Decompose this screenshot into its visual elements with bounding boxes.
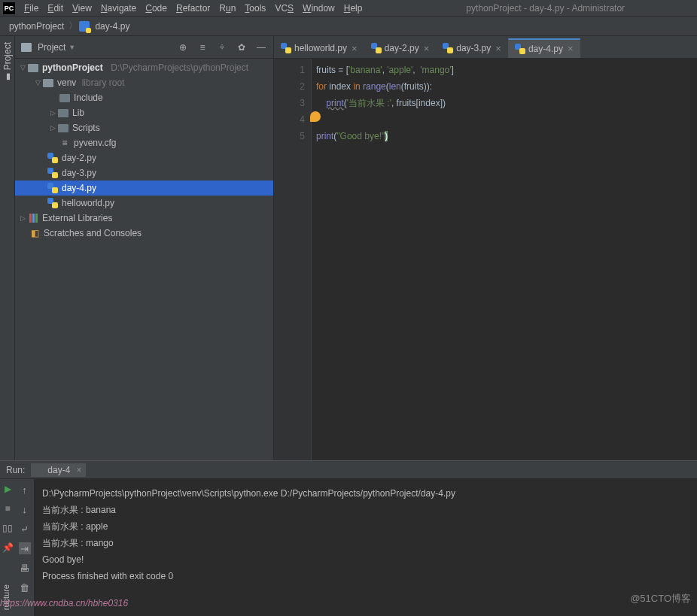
panel-title[interactable]: Project xyxy=(38,42,65,53)
run-label: Run: xyxy=(6,465,25,475)
project-panel: Project ▼ ⊕ ≡ ÷ ✿ — ▽pythonProject D:\Py… xyxy=(15,36,274,460)
wrap-icon[interactable]: ⤶ xyxy=(19,523,31,535)
menu-code[interactable]: Code xyxy=(141,2,172,15)
tree-venv[interactable]: ▽venv library root xyxy=(15,75,273,90)
project-tool-button[interactable]: ▮ Project xyxy=(2,36,13,88)
breadcrumb-bar: pythonProject 〉 day-4.py xyxy=(0,17,697,36)
breadcrumb-sep: 〉 xyxy=(67,20,79,32)
menu-edit[interactable]: Edit xyxy=(43,2,68,15)
dropdown-icon[interactable]: ▼ xyxy=(68,44,75,51)
stop-icon[interactable]: ■ xyxy=(2,503,13,514)
expand-icon[interactable]: ≡ xyxy=(196,41,208,53)
tree-pyvenv[interactable]: ≡pyvenv.cfg xyxy=(15,135,273,150)
left-strip-bottom: ructure xyxy=(0,578,15,616)
menu-tools[interactable]: Tools xyxy=(240,2,270,15)
tree-include[interactable]: Include xyxy=(15,90,273,105)
editor-tabs: helloworld.py× day-2.py× day-3.py× day-4… xyxy=(274,36,697,59)
python-icon xyxy=(281,43,291,53)
close-icon[interactable]: × xyxy=(568,43,574,54)
tree-file-day4[interactable]: day-4.py xyxy=(15,181,273,196)
tree-scratches[interactable]: ◧Scratches and Consoles xyxy=(15,226,273,241)
python-icon xyxy=(443,43,453,53)
tree-file-hello[interactable]: helloworld.py xyxy=(15,196,273,211)
app-logo: PC xyxy=(3,2,15,14)
code-editor[interactable]: 12345 fruits = ['banana', 'apple', 'mang… xyxy=(274,59,697,460)
tree-lib[interactable]: ▷Lib xyxy=(15,105,273,120)
down-icon[interactable]: ↓ xyxy=(19,503,31,515)
menu-refactor[interactable]: Refactor xyxy=(172,2,215,15)
python-icon xyxy=(515,44,525,54)
layout-icon[interactable]: ▯▯ xyxy=(2,523,13,533)
python-icon xyxy=(35,466,44,475)
tree-root[interactable]: ▽pythonProject D:\PycharmProjects\python… xyxy=(15,60,273,75)
project-icon xyxy=(21,43,32,52)
scroll-icon[interactable]: ⇥ xyxy=(19,542,31,554)
intention-bulb-icon[interactable] xyxy=(310,111,321,122)
run-toolbar-2: ↑ ↓ ⤶ ⇥ 🖶 🗑 xyxy=(15,479,35,616)
trash-icon[interactable]: 🗑 xyxy=(19,581,31,593)
tab-day2[interactable]: day-2.py× xyxy=(364,38,437,58)
breadcrumb-file[interactable]: day-4.py xyxy=(92,21,132,32)
run-header: Run: day-4× xyxy=(0,461,697,479)
up-icon[interactable]: ↑ xyxy=(19,484,31,496)
tab-day3[interactable]: day-3.py× xyxy=(436,38,508,58)
tree-ext-lib[interactable]: ▷External Libraries xyxy=(15,211,273,226)
close-icon[interactable]: × xyxy=(495,43,501,54)
footer-credit: @51CTO博客 xyxy=(630,592,691,605)
close-icon[interactable]: × xyxy=(76,465,81,475)
console-output[interactable]: D:\PycharmProjects\pythonProject\venv\Sc… xyxy=(35,479,697,616)
settings-icon[interactable]: ✿ xyxy=(236,41,248,53)
tab-helloworld[interactable]: helloworld.py× xyxy=(274,38,364,58)
collapse-icon[interactable]: ÷ xyxy=(216,41,228,53)
tree-scripts[interactable]: ▷Scripts xyxy=(15,120,273,135)
run-tab[interactable]: day-4× xyxy=(31,463,86,477)
run-panel: Run: day-4× ▶ ■ ▯▯ 📌 ↑ ↓ ⤶ ⇥ 🖶 🗑 D:\Pych… xyxy=(0,460,697,616)
menu-bar: PC File Edit View Navigate Code Refactor… xyxy=(0,0,697,17)
menu-view[interactable]: View xyxy=(68,2,96,15)
editor-area: helloworld.py× day-2.py× day-3.py× day-4… xyxy=(274,36,697,460)
close-icon[interactable]: × xyxy=(352,43,358,54)
rerun-icon[interactable]: ▶ xyxy=(2,484,13,494)
tab-day4[interactable]: day-4.py× xyxy=(508,38,580,58)
menu-help[interactable]: Help xyxy=(339,2,367,15)
project-panel-header: Project ▼ ⊕ ≡ ÷ ✿ — xyxy=(15,36,273,59)
menu-window[interactable]: Window xyxy=(298,2,339,15)
menu-vcs[interactable]: VCS xyxy=(270,2,298,15)
tree-file-day2[interactable]: day-2.py xyxy=(15,150,273,165)
menu-file[interactable]: File xyxy=(20,2,43,15)
left-tool-strip: ▮ Project xyxy=(0,36,15,460)
project-tree: ▽pythonProject D:\PycharmProjects\python… xyxy=(15,59,273,460)
hide-icon[interactable]: — xyxy=(255,41,267,53)
line-gutter: 12345 xyxy=(274,59,312,460)
tree-file-day3[interactable]: day-3.py xyxy=(15,165,273,181)
python-icon xyxy=(371,43,382,53)
watermark: https://www.cndba.cn/hbhe0316 xyxy=(0,598,128,608)
structure-tool-button[interactable]: ructure xyxy=(0,578,12,616)
locate-icon[interactable]: ⊕ xyxy=(177,41,189,53)
close-icon[interactable]: × xyxy=(424,43,430,54)
breadcrumb-root[interactable]: pythonProject xyxy=(6,21,67,32)
menu-run[interactable]: Run xyxy=(215,2,240,15)
pin-icon[interactable]: 📌 xyxy=(2,542,13,553)
menu-navigate[interactable]: Navigate xyxy=(96,2,141,15)
python-file-icon xyxy=(79,21,90,32)
window-title: pythonProject - day-4.py - Administrator xyxy=(436,3,625,14)
code-content[interactable]: fruits = ['banana', 'apple', 'mango'] fo… xyxy=(312,59,697,460)
print-icon[interactable]: 🖶 xyxy=(19,562,31,574)
